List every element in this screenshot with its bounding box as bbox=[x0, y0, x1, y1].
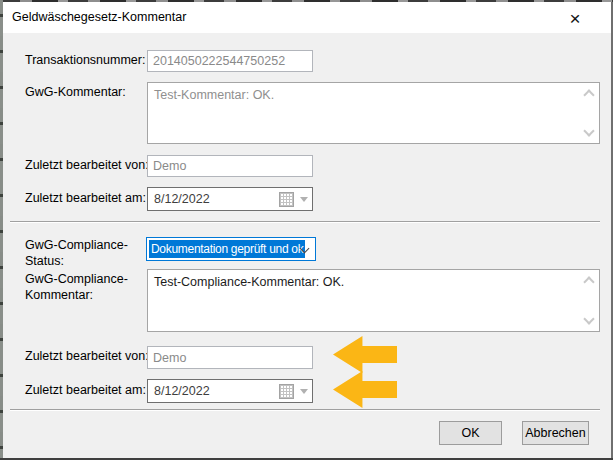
edited-on-label-top: Zuletzt bearbeitet am: bbox=[25, 191, 146, 206]
compliance-status-combobox[interactable]: Dokumentation geprüft und ok bbox=[146, 237, 316, 261]
transaction-number-field[interactable] bbox=[147, 50, 313, 72]
edited-by-label-bottom: Zuletzt bearbeitet von: bbox=[25, 349, 149, 364]
compliance-status-selected-option: Dokumentation geprüft und ok bbox=[149, 240, 305, 258]
annotation-arrow-icon bbox=[333, 336, 397, 373]
gwg-comment-label: GwG-Kommentar: bbox=[25, 85, 126, 100]
background-window-left-sliver bbox=[0, 0, 3, 460]
ok-button[interactable]: OK bbox=[439, 421, 502, 445]
dropdown-arrow-icon bbox=[300, 389, 308, 394]
close-icon[interactable]: × bbox=[561, 6, 589, 31]
compliance-status-label-line2: Status: bbox=[25, 254, 64, 269]
edited-on-datepicker-top[interactable]: 8/12/2022 bbox=[147, 187, 313, 211]
edited-by-field-top[interactable] bbox=[147, 155, 313, 177]
edited-on-value-bottom: 8/12/2022 bbox=[154, 384, 210, 398]
cancel-button[interactable]: Abbrechen bbox=[522, 421, 589, 445]
gwg-comment-textarea-wrap: Test-Kommentar: OK. bbox=[147, 82, 600, 144]
gwg-comment-dialog: Geldwäschegesetz-Kommentar × Transaktion… bbox=[0, 0, 613, 460]
compliance-comment-label-line1: GwG-Compliance- bbox=[25, 272, 128, 287]
section-separator bbox=[10, 221, 600, 223]
compliance-comment-label-line2: Kommentar: bbox=[25, 288, 93, 303]
compliance-comment-textarea[interactable]: Test-Compliance-Kommentar: OK. bbox=[148, 270, 599, 331]
gwg-comment-textarea[interactable]: Test-Kommentar: OK. bbox=[148, 83, 599, 143]
dropdown-arrow-icon bbox=[300, 197, 308, 202]
compliance-comment-textarea-wrap: Test-Compliance-Kommentar: OK. bbox=[147, 269, 600, 332]
annotation-arrow-icon bbox=[333, 371, 397, 408]
compliance-status-label-line1: GwG-Compliance- bbox=[25, 238, 128, 253]
dialog-titlebar: Geldwäschegesetz-Kommentar × bbox=[3, 2, 611, 33]
edited-on-datepicker-bottom[interactable]: 8/12/2022 bbox=[147, 379, 313, 403]
edited-on-value-top: 8/12/2022 bbox=[154, 192, 210, 206]
edited-by-label-top: Zuletzt bearbeitet von: bbox=[25, 158, 149, 173]
calendar-icon bbox=[279, 192, 294, 207]
footer-separator bbox=[10, 409, 600, 411]
calendar-icon bbox=[279, 384, 294, 399]
edited-on-label-bottom: Zuletzt bearbeitet am: bbox=[25, 383, 146, 398]
edited-by-field-bottom[interactable] bbox=[147, 346, 313, 369]
dialog-title: Geldwäschegesetz-Kommentar bbox=[12, 10, 186, 24]
transaction-number-label: Transaktionsnummer: bbox=[25, 53, 145, 68]
